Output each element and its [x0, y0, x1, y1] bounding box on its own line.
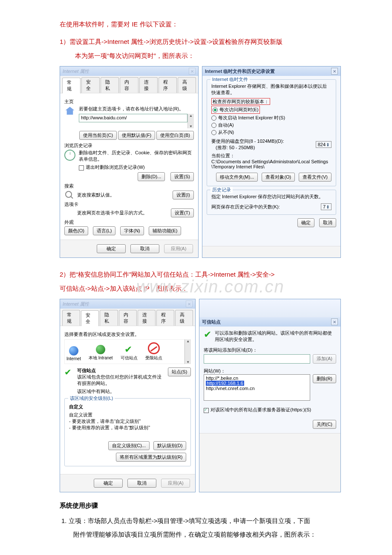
- list-item[interactable]: http://*.beike.cn: [206, 376, 308, 381]
- ok-button[interactable]: 确定: [297, 218, 314, 227]
- view-files-button[interactable]: 查看文件(V): [299, 173, 331, 182]
- history-label: 浏览历史记录: [64, 142, 194, 149]
- zone-internet[interactable]: Internet: [66, 346, 81, 361]
- custom-line-1: 自定义设置: [69, 412, 186, 418]
- tab-content[interactable]: 内容: [120, 77, 138, 93]
- move-folder-button[interactable]: 移动文件夹(M)...: [216, 173, 258, 182]
- tab-security[interactable]: 安全: [81, 77, 100, 93]
- settings-button[interactable]: 设置(S): [170, 172, 194, 181]
- homepage-label: 主页: [64, 98, 194, 105]
- tab-connections[interactable]: 连接: [139, 77, 158, 93]
- zone-restricted[interactable]: 受限站点: [145, 342, 162, 361]
- history-legend: 历史记录: [210, 187, 233, 193]
- history-days-spinner[interactable]: 7 ▲▼: [321, 203, 331, 210]
- globe-icon: [96, 345, 105, 354]
- delete-on-exit-checkbox[interactable]: [79, 165, 84, 171]
- cancel-button[interactable]: 取消: [127, 479, 156, 488]
- custom-level-button[interactable]: 自定义级别(C)...: [108, 441, 150, 450]
- remove-button[interactable]: 删除(R): [313, 374, 336, 383]
- use-current-button[interactable]: 使用当前页(C): [79, 131, 117, 140]
- scrollbar[interactable]: ▲▼: [187, 114, 194, 128]
- default-level-button[interactable]: 默认级别(D): [153, 441, 186, 450]
- radio-auto[interactable]: [211, 123, 216, 128]
- checkmark-icon: ✔: [204, 330, 211, 339]
- use-default-button[interactable]: 使用默认值(F): [118, 131, 155, 140]
- tabstrip: 常规 安全 隐私 内容 连接 程序 高级: [60, 309, 195, 326]
- add-button[interactable]: 添加(A): [313, 354, 336, 364]
- tabs-settings-button[interactable]: 设置(T): [171, 208, 194, 217]
- add-site-input[interactable]: [204, 354, 310, 364]
- mid-line-2: 可信站点->站点->加入该站点 IP，图所表示：: [60, 285, 188, 292]
- close-icon[interactable]: ✕: [186, 301, 193, 307]
- history-desc: 指定 Internet Explorer 保存您访问过网站列表的天数。: [211, 194, 331, 200]
- cancel-button[interactable]: 取消: [319, 218, 336, 227]
- tab-security[interactable]: 安全: [81, 310, 99, 326]
- mid-line-1: 2）把“格安信息协同工作”网站加入可信任站点：工具->Internet 属性->…: [60, 271, 275, 278]
- search-settings-button[interactable]: 设置(I): [173, 191, 194, 199]
- dialog-title: Internet 临时文件和历史记录设置: [205, 68, 275, 75]
- tab-advanced[interactable]: 高级: [175, 310, 193, 326]
- tab-privacy[interactable]: 隐私: [101, 77, 119, 93]
- fonts-button[interactable]: 字体(N): [120, 226, 144, 235]
- appearance-label: 外观: [64, 219, 194, 225]
- disk-space-label: 要使用的磁盘空间(8 - 1024MB)(D):: [211, 138, 284, 145]
- radio-every-start[interactable]: [211, 116, 216, 121]
- accessibility-button[interactable]: 辅助功能(E): [149, 226, 182, 235]
- tab-content[interactable]: 内容: [119, 310, 137, 326]
- tabs-desc: 更改网页在选项卡中显示的方式。: [77, 210, 167, 216]
- close-icon[interactable]: ✕: [331, 68, 338, 75]
- radio-never[interactable]: [211, 130, 216, 135]
- reset-all-button[interactable]: 将所有区域重置为默认级别(R): [116, 453, 186, 462]
- radio-every-start-label: 每次启动 Internet Explorer 时(S): [218, 115, 285, 121]
- cancel-button[interactable]: 取消: [130, 244, 159, 253]
- apply-button[interactable]: 应用(A): [164, 244, 193, 253]
- zone-intranet[interactable]: 本地 Intranet: [89, 345, 113, 361]
- sites-button[interactable]: 站点(S): [168, 367, 191, 376]
- close-icon[interactable]: ✕: [331, 318, 338, 325]
- trusted-sites-dialog: 可信站点 ✕ ✔ 可以添加和删除该区域的网站。该区域中的所有网站都使用区域的安全…: [199, 299, 341, 492]
- delete-button[interactable]: 删除(D)...: [138, 172, 165, 181]
- step-1-line-1: 1. 立项：市场部人员点击导航栏->项目管理->填写立项选项，申请一个新项目立项…: [61, 517, 310, 524]
- delete-on-exit-label: 退出时删除浏览历史记录(W): [86, 164, 145, 171]
- security-level-label: 该区域的安全级别(L): [68, 395, 115, 402]
- tab-programs[interactable]: 程序: [159, 77, 177, 93]
- list-item[interactable]: http://192.168.1.6: [206, 381, 308, 386]
- trusted-sites-desc2: 该区域中有网站。: [77, 388, 164, 395]
- tab-privacy[interactable]: 隐私: [100, 310, 118, 326]
- homepage-input[interactable]: http://www.baidu.com/: [79, 114, 187, 122]
- history-days-value: 7: [323, 204, 326, 209]
- languages-button[interactable]: 语言(L): [93, 226, 115, 235]
- usage-steps-heading: 系统使用步骤: [60, 502, 341, 510]
- tab-connections[interactable]: 连接: [138, 310, 156, 326]
- forbidden-icon: [148, 342, 160, 354]
- tab-programs[interactable]: 程序: [156, 310, 174, 326]
- search-label: 搜索: [64, 183, 194, 189]
- tab-advanced[interactable]: 高级: [178, 77, 196, 93]
- ok-button[interactable]: 确定: [94, 479, 123, 488]
- disk-space-spinner[interactable]: 824 ▲▼: [316, 141, 331, 148]
- scrollbar[interactable]: ▲▼: [184, 339, 191, 364]
- view-objects-button[interactable]: 查看对象(O): [262, 173, 295, 182]
- use-blank-button[interactable]: 使用空白页(B): [156, 131, 194, 140]
- mid-text: 2）把“格安信息协同工作”网站加入可信任站点：工具->Internet 属性->…: [60, 267, 341, 295]
- home-icon: [64, 106, 75, 116]
- apply-button[interactable]: 应用(A): [161, 479, 190, 488]
- websites-listbox[interactable]: http://*.beike.cn http://192.168.1.6 htt…: [204, 374, 310, 401]
- require-https-checkbox[interactable]: [204, 408, 209, 413]
- zone-trusted[interactable]: ✔可信站点: [121, 345, 138, 361]
- close-button[interactable]: 关闭(C): [313, 420, 336, 429]
- list-item[interactable]: http://vnet.cnref.com.cn: [206, 386, 308, 391]
- globe-icon: [69, 346, 78, 356]
- tab-general[interactable]: 常规: [62, 310, 80, 326]
- history-days-label: 网页保存在历史记录中的天数(K):: [211, 204, 280, 210]
- close-icon[interactable]: ✕: [189, 68, 196, 75]
- add-site-label: 将该网站添加到区域(D)：: [204, 347, 336, 353]
- step-1-line-2: 附件管理能够添加该项目立项所需附件，在确定立项前能够修改相关内容，图所表示：: [61, 528, 341, 541]
- tab-general[interactable]: 常规: [62, 78, 81, 93]
- disk-space-value: 824: [318, 142, 326, 147]
- radio-every-visit[interactable]: [213, 107, 218, 113]
- zone-list[interactable]: Internet 本地 Intranet ✔可信站点 受限站点: [64, 339, 184, 364]
- ok-button[interactable]: 确定: [97, 244, 126, 253]
- search-icon: [64, 190, 74, 199]
- colors-button[interactable]: 颜色(O): [64, 226, 88, 235]
